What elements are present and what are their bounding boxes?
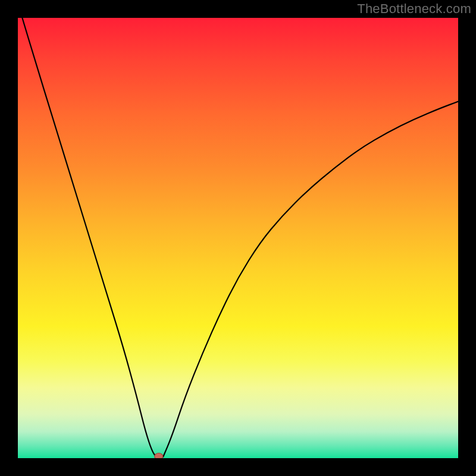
watermark-text: TheBottleneck.com — [357, 1, 471, 17]
curve-svg — [18, 18, 458, 458]
chart-frame: TheBottleneck.com — [0, 0, 476, 476]
plot-area — [18, 18, 458, 458]
bottleneck-curve — [22, 18, 458, 458]
minimum-marker — [155, 453, 163, 459]
